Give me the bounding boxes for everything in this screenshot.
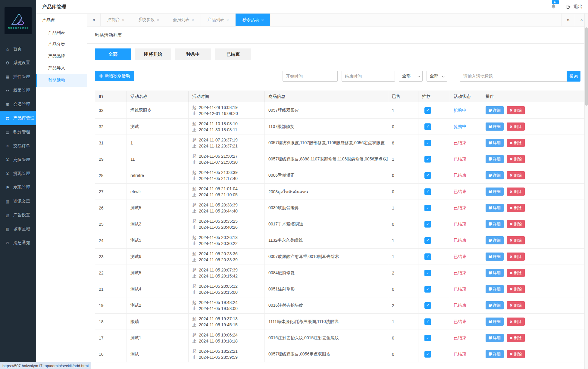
detail-button[interactable]: 详细 bbox=[486, 253, 504, 261]
delete-button[interactable]: ✖删除 bbox=[507, 171, 525, 179]
detail-button[interactable]: 详细 bbox=[486, 350, 504, 358]
notification-bell-icon[interactable]: 43 bbox=[551, 4, 556, 10]
recommend-checkbox[interactable]: ✓ bbox=[424, 123, 431, 130]
status-tab-1[interactable]: 即将开始 bbox=[135, 48, 171, 60]
sidebar-item-home[interactable]: ⌂首页 bbox=[0, 42, 36, 56]
submenu-item-product-import[interactable]: 产品导入 bbox=[36, 62, 87, 74]
submenu-item-product-list[interactable]: 产品列表 bbox=[36, 27, 87, 39]
sidebar-item-articles[interactable]: ▥资讯文章 bbox=[0, 194, 36, 208]
tabs-scroll-right-button[interactable]: » bbox=[561, 14, 575, 26]
recommend-checkbox[interactable]: ✓ bbox=[424, 221, 431, 228]
delete-button[interactable]: ✖删除 bbox=[507, 301, 525, 309]
tab-product-list[interactable]: 产品列表× bbox=[201, 14, 236, 26]
recommend-checkbox[interactable]: ✓ bbox=[424, 205, 431, 211]
sidebar-item-ads[interactable]: ▧广告设置 bbox=[0, 208, 36, 222]
delete-button[interactable]: ✖删除 bbox=[507, 106, 525, 114]
recommend-checkbox[interactable]: ✓ bbox=[424, 302, 431, 309]
status-tab-3[interactable]: 已结束 bbox=[215, 48, 251, 60]
sidebar-item-orders[interactable]: ¤交易订单 bbox=[0, 139, 36, 153]
sidebar-item-product-library[interactable]: ⚖产品库管理 bbox=[0, 111, 36, 125]
recommend-checkbox[interactable]: ✓ bbox=[424, 335, 431, 341]
recommend-checkbox[interactable]: ✓ bbox=[424, 172, 431, 179]
detail-button[interactable]: 详细 bbox=[486, 301, 504, 309]
recommend-checkbox[interactable]: ✓ bbox=[424, 286, 431, 293]
detail-button[interactable]: 详细 bbox=[486, 318, 504, 326]
detail-button[interactable]: 详细 bbox=[486, 171, 504, 179]
tab-close-icon[interactable]: × bbox=[227, 18, 229, 22]
detail-button[interactable]: 详细 bbox=[486, 106, 504, 114]
delete-button[interactable]: ✖删除 bbox=[507, 155, 525, 163]
delete-button[interactable]: ✖删除 bbox=[507, 269, 525, 277]
sidebar-item-label: 产品库管理 bbox=[13, 116, 34, 121]
detail-button[interactable]: 详细 bbox=[486, 236, 504, 244]
search-button[interactable]: 搜索 bbox=[567, 71, 580, 82]
recommend-checkbox[interactable]: ✓ bbox=[424, 351, 431, 358]
sidebar-item-members[interactable]: ⚉会员管理 bbox=[0, 98, 36, 111]
sidebar-item-discovery[interactable]: ⚑发现管理 bbox=[0, 181, 36, 194]
detail-button[interactable]: 详细 bbox=[486, 334, 504, 342]
end-time-input[interactable] bbox=[342, 71, 395, 82]
tab-close-icon[interactable]: × bbox=[122, 18, 124, 22]
logout-button[interactable]: 退出 bbox=[566, 4, 583, 10]
detail-button[interactable]: 详细 bbox=[486, 139, 504, 147]
detail-button[interactable]: 详细 bbox=[486, 122, 504, 131]
delete-button[interactable]: ✖删除 bbox=[507, 285, 525, 293]
delete-button[interactable]: ✖删除 bbox=[507, 350, 525, 358]
vertical-scrollbar[interactable] bbox=[584, 14, 588, 369]
delete-button[interactable]: ✖删除 bbox=[507, 236, 525, 244]
sidebar-item-permissions[interactable]: ⚏权限管理 bbox=[0, 84, 36, 98]
tabs-scroll-left-button[interactable]: « bbox=[87, 14, 101, 26]
recommend-checkbox[interactable]: ✓ bbox=[424, 107, 431, 114]
delete-button[interactable]: ✖删除 bbox=[507, 334, 525, 342]
sidebar-item-notifications[interactable]: ✉消息通知 bbox=[0, 236, 36, 250]
tab-member-list[interactable]: 会员列表× bbox=[166, 14, 201, 26]
sidebar-item-recharge[interactable]: ¥充值管理 bbox=[0, 153, 36, 167]
delete-button[interactable]: ✖删除 bbox=[507, 253, 525, 261]
delete-button[interactable]: ✖删除 bbox=[507, 204, 525, 212]
search-input[interactable] bbox=[460, 71, 567, 82]
filter-select-1[interactable]: 全部 bbox=[399, 71, 423, 82]
tab-close-icon[interactable]: × bbox=[192, 18, 194, 22]
delete-button[interactable]: ✖删除 bbox=[507, 220, 525, 228]
recommend-checkbox[interactable]: ✓ bbox=[424, 318, 431, 325]
recommend-checkbox[interactable]: ✓ bbox=[424, 188, 431, 195]
submenu-item-seckill[interactable]: 秒杀活动 bbox=[36, 74, 87, 87]
scrollbar-thumb[interactable] bbox=[585, 27, 588, 106]
tab-close-icon[interactable]: × bbox=[261, 18, 264, 22]
cell-operations: 详细✖删除 bbox=[482, 216, 585, 232]
detail-button[interactable]: 详细 bbox=[486, 269, 504, 277]
delete-button[interactable]: ✖删除 bbox=[507, 318, 525, 326]
delete-button[interactable]: ✖删除 bbox=[507, 139, 525, 147]
tab-system-params[interactable]: 系统参数× bbox=[131, 14, 166, 26]
submenu-item-product-brand[interactable]: 产品品牌 bbox=[36, 50, 87, 62]
add-seckill-button[interactable]: ✚ 新增秒杀活动 bbox=[95, 71, 134, 81]
sidebar-item-system-settings[interactable]: ⚙系统设置 bbox=[0, 56, 36, 70]
submenu-item-product-category[interactable]: 产品分类 bbox=[36, 39, 87, 50]
brand-logo[interactable]: THE BEST CORGO bbox=[5, 7, 32, 34]
filter-select-2[interactable]: 全部 bbox=[427, 71, 447, 82]
detail-button[interactable]: 详细 bbox=[486, 220, 504, 228]
start-time-input[interactable] bbox=[283, 71, 338, 82]
recommend-checkbox[interactable]: ✓ bbox=[424, 270, 431, 276]
delete-button[interactable]: ✖删除 bbox=[507, 122, 525, 131]
recommend-checkbox[interactable]: ✓ bbox=[424, 237, 431, 244]
detail-button[interactable]: 详细 bbox=[486, 204, 504, 212]
sidebar-item-city-regions[interactable]: ▩城市区域 bbox=[0, 222, 36, 236]
detail-button[interactable]: 详细 bbox=[486, 188, 504, 196]
table-row: 17测试1起:2024-11-05 19:06:24止:2024-11-05 1… bbox=[95, 330, 585, 346]
tab-console[interactable]: 控制台× bbox=[101, 14, 131, 26]
sidebar-item-withdraw[interactable]: ¥提现管理 bbox=[0, 167, 36, 181]
status-tab-2[interactable]: 秒杀中 bbox=[175, 48, 211, 60]
sidebar-item-plugins[interactable]: ▦插件管理 bbox=[0, 70, 36, 84]
detail-button[interactable]: 详细 bbox=[486, 285, 504, 293]
delete-button[interactable]: ✖删除 bbox=[507, 188, 525, 196]
tab-seckill[interactable]: 秒杀活动× bbox=[236, 14, 271, 26]
recommend-checkbox[interactable]: ✓ bbox=[424, 140, 431, 146]
recommend-checkbox[interactable]: ✓ bbox=[424, 253, 431, 260]
status-tab-0[interactable]: 全部 bbox=[95, 48, 131, 60]
tab-close-icon[interactable]: × bbox=[157, 18, 159, 22]
submenu-section-label[interactable]: 产品库 bbox=[36, 14, 87, 27]
sidebar-item-points[interactable]: ▤积分管理 bbox=[0, 125, 36, 139]
recommend-checkbox[interactable]: ✓ bbox=[424, 156, 431, 163]
detail-button[interactable]: 详细 bbox=[486, 155, 504, 163]
